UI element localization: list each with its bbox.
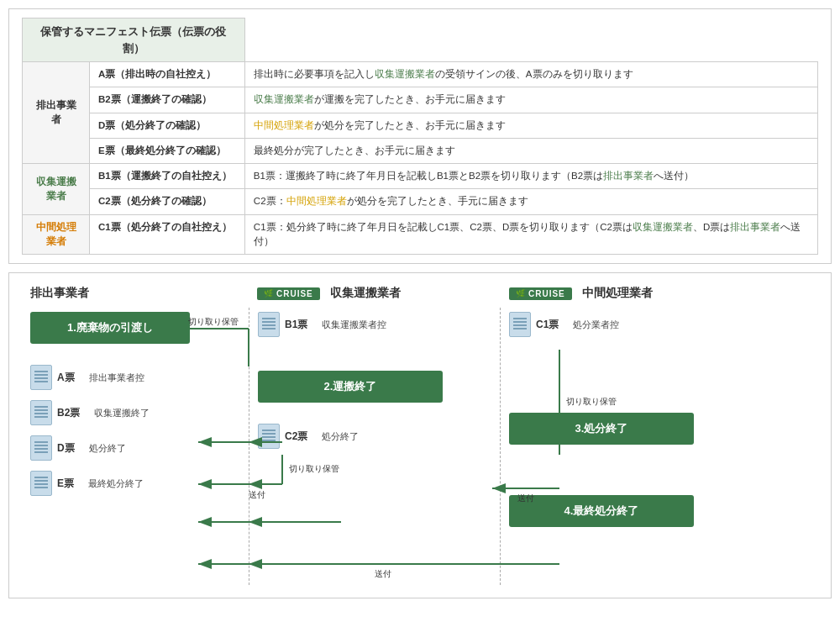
ticket-b1-desc: 収集運搬業者控 xyxy=(312,319,386,331)
desc-a: 排出時に必要事項を記入し収集運搬業者の受領サインの後、A票のみを切り取ります xyxy=(244,62,817,87)
ticket-e-name: E票 xyxy=(57,477,74,491)
category-kaishu: 収集運搬業者 xyxy=(23,164,90,215)
step3-box: 3.処分終了 xyxy=(509,413,694,445)
doc-icon-d xyxy=(30,435,52,461)
ticket-c2-group: C2票 処分終了 xyxy=(258,424,491,449)
ticket-e-desc: 最終処分終了 xyxy=(79,477,144,490)
doc-icon-b1 xyxy=(258,312,280,337)
step2-label: 2.運搬終了 xyxy=(324,380,377,393)
ticket-c1: C1票（処分終了の自社控え） xyxy=(90,214,245,255)
actor-header-row: 排出事業者 CRUISE 収集運搬業者 CRUISE 中間処理業者 xyxy=(22,286,818,301)
col-kaishu: B1票 収集運搬業者控 2.運搬終了 C2票 処分終了 xyxy=(249,308,501,585)
desc-d: 中間処理業者が処分を完了したとき、お手元に届きます xyxy=(244,113,817,138)
doc-icon-b2 xyxy=(30,400,52,425)
kaishu-label: 収集運搬業者 xyxy=(330,286,401,301)
doc-icon-c1 xyxy=(509,312,531,337)
ticket-b1-group: B1票 収集運搬業者控 xyxy=(258,312,491,337)
link-haishot-c1[interactable]: 排出事業者 xyxy=(730,222,780,232)
col-haishot: 1.廃棄物の引渡し A票 排出事業者控 B2票 収集運搬終了 D票 処分終了 xyxy=(22,308,249,585)
link-kaishu-a[interactable]: 収集運搬業者 xyxy=(375,69,435,79)
ticket-b2: B2票（運搬終了の確認） xyxy=(90,87,245,113)
step1-label: 1.廃棄物の引渡し xyxy=(67,321,153,334)
actor-kaishu-title: CRUISE 収集運搬業者 xyxy=(249,286,501,301)
manifest-table: 保管するマニフェスト伝票（伝票の役割） 排出事業者 A票（排出時の自社控え） 排… xyxy=(22,18,818,255)
table-header: 保管するマニフェスト伝票（伝票の役割） xyxy=(23,18,245,62)
ticket-d: D票（処分終了の確認） xyxy=(90,113,245,138)
cruise-badge-kaishu: CRUISE xyxy=(257,287,320,300)
desc-c2: C2票：中間処理業者が処分を完了したとき、手元に届きます xyxy=(244,189,817,214)
category-haishot: 排出事業者 xyxy=(23,62,90,164)
ticket-a-group: A票 排出事業者控 xyxy=(30,365,240,390)
actor-chukan-title: CRUISE 中間処理業者 xyxy=(501,286,818,301)
actor-haishot-title: 排出事業者 xyxy=(22,286,249,301)
ticket-b2-desc: 収集運搬終了 xyxy=(85,407,150,419)
ticket-b2-group: B2票 収集運搬終了 xyxy=(30,400,240,425)
link-chukan-c2[interactable]: 中間処理業者 xyxy=(286,196,347,206)
category-chukan: 中間処理業者 xyxy=(23,214,90,255)
desc-b2: 収集運搬業者が運搬を完了したとき、お手元に届きます xyxy=(244,87,817,113)
link-chukan-d[interactable]: 中間処理業者 xyxy=(254,120,314,130)
desc-c1: C1票：処分終了時に終了年月日を記載しC1票、C2票、D票を切り取ります（C2票… xyxy=(244,214,817,255)
ticket-c1-group: C1票 処分業者控 xyxy=(509,312,810,337)
table-row: C2票（処分終了の確認） C2票：中間処理業者が処分を完了したとき、手元に届きま… xyxy=(23,189,818,214)
table-row: B2票（運搬終了の確認） 収集運搬業者が運搬を完了したとき、お手元に届きます xyxy=(23,87,818,113)
link-haishot-b1[interactable]: 排出事業者 xyxy=(603,171,654,181)
ticket-b1: B1票（運搬終了の自社控え） xyxy=(90,164,245,189)
ticket-c2: C2票（処分終了の確認） xyxy=(90,189,245,214)
ticket-d-group: D票 処分終了 xyxy=(30,435,240,461)
ticket-a: A票（排出時の自社控え） xyxy=(90,62,245,87)
ticket-d-name: D票 xyxy=(57,441,75,456)
link-kaishu-c1[interactable]: 収集運搬業者 xyxy=(633,222,693,232)
doc-icon-c2 xyxy=(258,424,280,449)
ticket-c1-name: C1票 xyxy=(536,318,559,332)
ticket-b2-name: B2票 xyxy=(57,406,80,420)
table-row: 排出事業者 A票（排出時の自社控え） 排出時に必要事項を記入し収集運搬業者の受領… xyxy=(23,62,818,87)
table-row: 中間処理業者 C1票（処分終了の自社控え） C1票：処分終了時に終了年月日を記載… xyxy=(23,214,818,255)
ticket-b1-name: B1票 xyxy=(285,318,307,332)
ticket-c2-name: C2票 xyxy=(285,430,307,444)
chukan-label: 中間処理業者 xyxy=(582,286,653,301)
step4-label: 4.最終処分終了 xyxy=(564,504,639,517)
link-kaishu-b2[interactable]: 収集運搬業者 xyxy=(254,94,314,104)
ticket-c2-desc: 処分終了 xyxy=(312,430,359,443)
haishot-label: 排出事業者 xyxy=(30,286,89,301)
ticket-a-desc: 排出事業者控 xyxy=(80,372,144,384)
diagram-inner: 1.廃棄物の引渡し A票 排出事業者控 B2票 収集運搬終了 D票 処分終了 xyxy=(22,308,818,585)
step3-label: 3.処分終了 xyxy=(575,422,628,435)
col-chukan: C1票 処分業者控 3.処分終了 4.最終処分終了 xyxy=(501,308,818,585)
doc-icon-a xyxy=(30,365,52,390)
table-row: D票（処分終了の確認） 中間処理業者が処分を完了したとき、お手元に届きます xyxy=(23,113,818,138)
doc-icon-e xyxy=(30,471,52,496)
ticket-a-name: A票 xyxy=(57,371,75,385)
ticket-c1-desc: 処分業者控 xyxy=(564,319,619,331)
table-row: E票（最終処分終了の確認） 最終処分が完了したとき、お手元に届きます xyxy=(23,138,818,163)
desc-b1: B1票：運搬終了時に終了年月日を記載しB1票とB2票を切り取ります（B2票は排出… xyxy=(244,164,817,189)
cruise-badge-chukan: CRUISE xyxy=(509,287,572,300)
ticket-e: E票（最終処分終了の確認） xyxy=(90,138,245,163)
step1-box: 1.廃棄物の引渡し xyxy=(30,312,190,344)
desc-e: 最終処分が完了したとき、お手元に届きます xyxy=(244,138,817,163)
table-row: 収集運搬業者 B1票（運搬終了の自社控え） B1票：運搬終了時に終了年月日を記載… xyxy=(23,164,818,189)
manifest-table-section: 保管するマニフェスト伝票（伝票の役割） 排出事業者 A票（排出時の自社控え） 排… xyxy=(8,8,832,264)
step4-box: 4.最終処分終了 xyxy=(509,495,694,527)
ticket-e-group: E票 最終処分終了 xyxy=(30,471,240,496)
step2-box: 2.運搬終了 xyxy=(258,371,443,403)
flow-diagram-section: 排出事業者 CRUISE 収集運搬業者 CRUISE 中間処理業者 1.廃棄物の… xyxy=(8,272,832,598)
ticket-d-desc: 処分終了 xyxy=(80,442,126,455)
